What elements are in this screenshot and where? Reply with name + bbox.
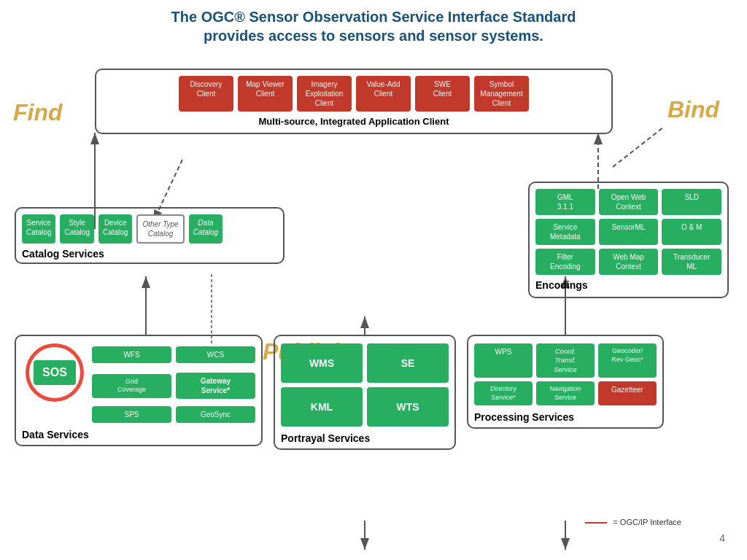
svg-line-4 (613, 127, 664, 167)
sos-container: SOS (22, 343, 88, 402)
map-viewer-client: Map ViewerClient (238, 76, 293, 112)
processing-services-box: WPS Coord.Transf.Service Geocoder/Rev Ge… (467, 335, 664, 429)
data-catalog: DataCatalog (189, 214, 222, 244)
page: The OGC® Sensor Observation Service Inte… (0, 0, 747, 560)
ogc-note: = OGC/IP Interface (585, 518, 681, 526)
imagery-exploitation-client: ImageryExploitationClient (297, 76, 352, 112)
navigation-service: NavigationService (536, 381, 595, 405)
encodings-box: GML3.1.1 Open WebContext SLD ServiceMeta… (528, 182, 729, 298)
sps: SPS (92, 406, 171, 423)
wcs: WCS (176, 346, 255, 363)
discovery-client: DiscoveryClient (179, 76, 233, 112)
page-title: The OGC® Sensor Observation Service Inte… (7, 7, 740, 45)
web-map-context: Web MapContext (599, 249, 659, 275)
value-add-client: Value-AddClient (356, 76, 411, 112)
geosync: GeoSync (176, 406, 255, 423)
device-catalog: DeviceCatalog (98, 214, 132, 244)
grid-coverage: GridCoverage (92, 374, 171, 398)
coord-transf-service: Coord.Transf.Service (536, 343, 595, 378)
se: SE (367, 343, 449, 383)
bind-label: Bind (667, 96, 719, 123)
data-services-row2: SPS GeoSync (22, 406, 255, 423)
gazetteer: Gazetteer (598, 381, 657, 405)
service-metadata: ServiceMetadata (535, 219, 595, 245)
portrayal-grid: WMS SE KML WTS (281, 343, 449, 427)
sld: SLD (662, 189, 721, 215)
kml: KML (281, 387, 363, 427)
transducer-ml: TransducerML (662, 249, 721, 275)
wps: WPS (474, 343, 533, 378)
wms: WMS (281, 343, 363, 383)
sensorml: SensorML (599, 219, 659, 245)
geocoder: Geocoder/Rev Geoc* (598, 343, 657, 378)
processing-grid: WPS Coord.Transf.Service Geocoder/Rev Ge… (474, 343, 657, 405)
data-services-box: SOS WFS WCS GridCoverage GatewayService*… (15, 335, 263, 446)
diagram: Find Bind Publish DiscoveryClient Map Vi… (7, 54, 740, 550)
symbol-management-client: SymbolManagementClient (474, 76, 529, 112)
o-and-m: O & M (662, 219, 721, 245)
catalog-services-label: Catalog Services (22, 248, 277, 260)
open-web-context: Open WebContext (599, 189, 659, 215)
encodings-grid: GML3.1.1 Open WebContext SLD ServiceMeta… (535, 189, 721, 275)
gateway-service: GatewayService* (176, 373, 255, 399)
other-type-catalog: Other TypeCatalog (136, 214, 184, 244)
processing-services-label: Processing Services (474, 411, 657, 423)
portrayal-services-label: Portrayal Services (281, 432, 449, 444)
swe-client: SWEClient (415, 76, 470, 112)
portrayal-services-box: WMS SE KML WTS Portrayal Services (274, 335, 456, 450)
wfs: WFS (92, 346, 171, 363)
gml-311: GML3.1.1 (535, 189, 595, 215)
sos-circle: SOS (26, 343, 84, 402)
sos-box: SOS (34, 360, 76, 385)
wts: WTS (367, 387, 449, 427)
app-client-inner: DiscoveryClient Map ViewerClient Imagery… (102, 76, 605, 112)
catalog-inner: ServiceCatalog StyleCatalog DeviceCatalo… (22, 214, 277, 244)
page-number: 4 (719, 532, 725, 544)
catalog-services-box: ServiceCatalog StyleCatalog DeviceCatalo… (15, 207, 285, 264)
encodings-label: Encodings (535, 279, 721, 291)
app-client-label: Multi-source, Integrated Application Cli… (102, 116, 605, 127)
directory-service: DirectoryService* (474, 381, 533, 405)
find-label: Find (13, 99, 63, 126)
service-catalog: ServiceCatalog (22, 214, 55, 244)
data-services-label: Data Services (22, 429, 255, 440)
filter-encoding: FilterEncoding (535, 249, 595, 275)
data-services-grid: SOS WFS WCS GridCoverage GatewayService* (22, 343, 255, 402)
style-catalog: StyleCatalog (60, 214, 93, 244)
app-client-box: DiscoveryClient Map ViewerClient Imagery… (95, 69, 613, 134)
